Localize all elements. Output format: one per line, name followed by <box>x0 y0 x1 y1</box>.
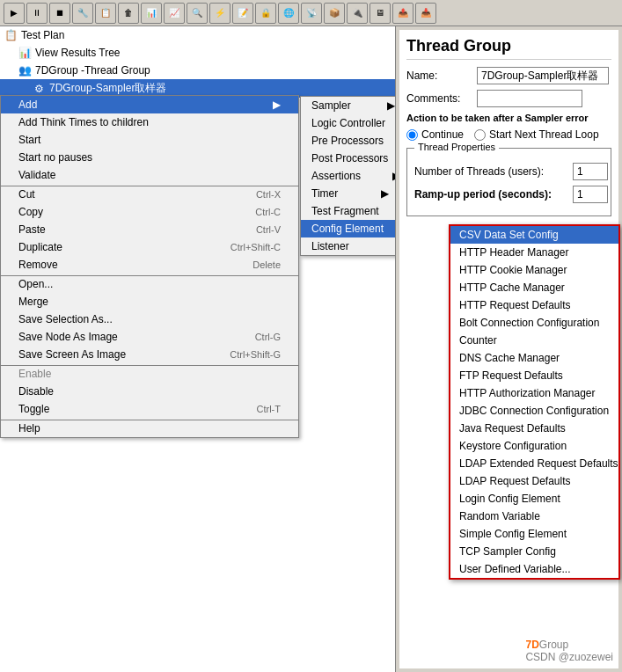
viewresults-icon: 📊 <box>18 46 32 60</box>
radio-start-next[interactable]: Start Next Thread Loop <box>474 128 599 141</box>
threads-input[interactable] <box>573 163 608 180</box>
toolbar-btn-4[interactable]: 🔧 <box>72 3 93 24</box>
toolbar-btn-8[interactable]: 📈 <box>164 3 185 24</box>
menu-item-remove[interactable]: Remove Delete <box>1 256 298 274</box>
toolbar-btn-12[interactable]: 🔒 <box>255 3 276 24</box>
submenu-logic-controller[interactable]: Logic Controller▶ <box>301 114 396 132</box>
toolbar-btn-16[interactable]: 🔌 <box>347 3 368 24</box>
toolbar-btn-3[interactable]: ⏹ <box>49 3 70 24</box>
name-label: Name: <box>406 69 477 82</box>
toolbar-btn-6[interactable]: 🗑 <box>118 3 139 24</box>
config-item-http-auth[interactable]: HTTP Authorization Manager <box>450 384 618 402</box>
context-menu: Add ▶ Add Think Times to children Start … <box>0 95 299 438</box>
add-submenu: Sampler▶ Logic Controller▶ Pre Processor… <box>300 96 396 256</box>
menu-item-save-selection[interactable]: Save Selection As... <box>1 310 298 328</box>
toolbar-btn-18[interactable]: 📤 <box>392 3 413 24</box>
watermark: 7DGroup CSDN @zuozewei <box>525 639 613 663</box>
menu-item-save-node[interactable]: Save Node As Image Ctrl-G <box>1 328 298 346</box>
toolbar: ▶ ⏸ ⏹ 🔧 📋 🗑 📊 📈 🔍 ⚡ 📝 🔒 🌐 📡 📦 🔌 🖥 📤 📥 <box>0 0 622 26</box>
config-item-http-defaults[interactable]: HTTP Request Defaults <box>450 296 618 314</box>
config-item-bolt[interactable]: Bolt Connection Configuration <box>450 314 618 332</box>
config-item-dns[interactable]: DNS Cache Manager <box>450 349 618 367</box>
name-input[interactable] <box>477 67 609 84</box>
toolbar-btn-2[interactable]: ⏸ <box>26 3 48 24</box>
toolbar-btn-11[interactable]: 📝 <box>232 3 253 24</box>
panel-title: Thread Group <box>406 37 611 60</box>
config-item-counter[interactable]: Counter <box>450 332 618 349</box>
toolbar-btn-7[interactable]: 📊 <box>141 3 162 24</box>
threads-row: Number of Threads (users): <box>414 163 604 180</box>
thread-props-label: Thread Properties <box>414 142 499 152</box>
menu-item-paste[interactable]: Paste Ctrl-V <box>1 221 298 238</box>
tree-panel: 📋 Test Plan 📊 View Results Tree 👥 7DGrou… <box>0 26 396 672</box>
toolbar-btn-19[interactable]: 📥 <box>415 3 436 24</box>
sampler-icon: ⚙ <box>32 82 46 96</box>
comments-label: Comments: <box>406 92 477 105</box>
threads-label: Number of Threads (users): <box>414 165 573 178</box>
config-item-random[interactable]: Random Variable <box>450 508 618 525</box>
config-item-login[interactable]: Login Config Element <box>450 490 618 508</box>
config-item-user-defined[interactable]: User Defined Variable... <box>450 560 618 578</box>
submenu-timer[interactable]: Timer▶ <box>301 185 396 202</box>
menu-item-open[interactable]: Open... <box>1 275 298 293</box>
config-item-http-header[interactable]: HTTP Header Manager <box>450 244 618 261</box>
testplan-icon: 📋 <box>4 28 18 42</box>
menu-item-start-nopauses[interactable]: Start no pauses <box>1 149 298 166</box>
config-item-ftp[interactable]: FTP Request Defaults <box>450 367 618 384</box>
toolbar-btn-15[interactable]: 📦 <box>324 3 345 24</box>
rampup-row: Ramp-up period (seconds): <box>414 186 604 203</box>
toolbar-btn-1[interactable]: ▶ <box>4 3 25 24</box>
menu-item-help[interactable]: Help <box>1 420 298 437</box>
menu-item-save-screen[interactable]: Save Screen As Image Ctrl+Shift-G <box>1 346 298 363</box>
menu-item-disable[interactable]: Disable <box>1 383 298 400</box>
toolbar-btn-13[interactable]: 🌐 <box>278 3 299 24</box>
menu-item-validate[interactable]: Validate <box>1 166 298 184</box>
menu-item-duplicate[interactable]: Duplicate Ctrl+Shift-C <box>1 238 298 256</box>
error-action-group: Continue Start Next Thread Loop <box>406 128 611 141</box>
config-item-tcp[interactable]: TCP Sampler Config <box>450 543 618 560</box>
submenu-assertions[interactable]: Assertions▶ <box>301 167 396 185</box>
tree-item-testplan[interactable]: 📋 Test Plan <box>0 26 395 44</box>
menu-item-start[interactable]: Start <box>1 131 298 149</box>
config-item-ldap[interactable]: LDAP Request Defaults <box>450 472 618 490</box>
tree-item-viewresults[interactable]: 📊 View Results Tree <box>0 44 395 62</box>
name-row: Name: <box>406 67 611 84</box>
thread-props-box: Thread Properties Number of Threads (use… <box>406 148 611 216</box>
error-label: Action to be taken after a Sampler error <box>406 113 611 123</box>
config-item-simple[interactable]: Simple Config Element <box>450 525 618 543</box>
rampup-label: Ramp-up period (seconds): <box>414 188 573 201</box>
radio-continue[interactable]: Continue <box>406 128 464 141</box>
comments-row: Comments: <box>406 90 611 107</box>
config-item-keystore[interactable]: Keystore Configuration <box>450 437 618 455</box>
rampup-input[interactable] <box>573 186 608 203</box>
toolbar-btn-17[interactable]: 🖥 <box>370 3 391 24</box>
submenu-listener[interactable]: Listener <box>301 237 396 255</box>
menu-item-toggle[interactable]: Toggle Ctrl-T <box>1 400 298 418</box>
config-element-submenu: CSV Data Set Config HTTP Header Manager … <box>449 224 620 580</box>
config-item-http-cookie[interactable]: HTTP Cookie Manager <box>450 261 618 279</box>
menu-item-enable: Enable <box>1 365 298 383</box>
submenu-config-element[interactable]: Config Element▶ <box>301 220 396 237</box>
tree-item-threadgroup[interactable]: 👥 7DGroup -Thread Group <box>0 62 395 79</box>
config-item-http-cache[interactable]: HTTP Cache Manager <box>450 279 618 296</box>
submenu-post-processors[interactable]: Post Processors▶ <box>301 150 396 167</box>
comments-input[interactable] <box>477 90 582 107</box>
toolbar-btn-5[interactable]: 📋 <box>95 3 116 24</box>
toolbar-btn-14[interactable]: 📡 <box>301 3 322 24</box>
menu-item-cut[interactable]: Cut Ctrl-X <box>1 186 298 203</box>
menu-item-add[interactable]: Add ▶ <box>1 96 298 113</box>
menu-item-merge[interactable]: Merge <box>1 293 298 310</box>
threadgroup-icon: 👥 <box>18 63 32 77</box>
submenu-test-fragment[interactable]: Test Fragment <box>301 202 396 220</box>
config-item-java[interactable]: Java Request Defaults <box>450 420 618 437</box>
config-item-ldap-ext[interactable]: LDAP Extended Request Defaults <box>450 455 618 472</box>
submenu-pre-processors[interactable]: Pre Processors▶ <box>301 132 396 150</box>
toolbar-btn-9[interactable]: 🔍 <box>187 3 208 24</box>
config-item-csv[interactable]: CSV Data Set Config <box>450 226 618 244</box>
config-item-jdbc[interactable]: JDBC Connection Configuration <box>450 402 618 420</box>
submenu-sampler[interactable]: Sampler▶ <box>301 97 396 114</box>
toolbar-btn-10[interactable]: ⚡ <box>209 3 231 24</box>
menu-item-copy[interactable]: Copy Ctrl-C <box>1 203 298 221</box>
menu-item-addthink[interactable]: Add Think Times to children <box>1 113 298 131</box>
